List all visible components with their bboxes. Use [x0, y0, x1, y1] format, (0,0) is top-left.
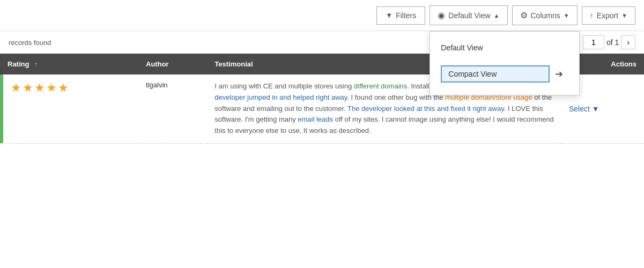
t-seg-blue-1: developer jumped in and helped right awa…: [214, 93, 347, 101]
select-button[interactable]: Select ▼: [569, 105, 599, 113]
gear-icon: ⚙: [520, 10, 528, 20]
records-found-text: records found: [9, 39, 51, 47]
sort-asc-icon: ↑: [34, 60, 38, 68]
cell-author: tlgalvin: [138, 75, 207, 143]
page-of-text: of 1: [606, 38, 619, 47]
default-view-option[interactable]: Default View: [430, 37, 579, 58]
star-3: ★: [34, 81, 45, 95]
toolbar: ▼ Filters ◉ Default View ▲ Default View …: [0, 0, 644, 31]
author-value: tlgalvin: [146, 81, 167, 89]
page-number-input[interactable]: [583, 35, 604, 49]
view-wrapper: ◉ Default View ▲ Default View ➔: [430, 5, 507, 25]
star-1: ★: [11, 81, 21, 95]
col-actions-label: Actions: [611, 60, 636, 68]
t-seg-blue-3: email leads: [298, 115, 333, 123]
select-chevron-icon: ▼: [592, 105, 599, 113]
arrow-right-icon: ➔: [555, 68, 563, 80]
export-caret-icon: ▼: [621, 12, 627, 19]
columns-button[interactable]: ⚙ Columns ▼: [512, 5, 578, 25]
star-rating: ★ ★ ★ ★ ★: [11, 81, 131, 95]
compact-view-arrow-button[interactable]: ➔: [550, 65, 568, 83]
row-indicator: [0, 75, 3, 143]
star-4: ★: [46, 81, 57, 95]
eye-icon: ◉: [438, 10, 445, 20]
view-dropdown: Default View ➔: [430, 31, 580, 95]
filter-icon: ▼: [386, 11, 393, 19]
select-label: Select: [569, 105, 590, 113]
view-caret-icon: ▲: [494, 12, 500, 19]
col-author[interactable]: Author: [138, 54, 207, 75]
t-seg-1: I am using with CE and multiple stores u…: [214, 82, 353, 90]
columns-label: Columns: [531, 11, 560, 20]
default-view-button[interactable]: ◉ Default View ▲: [430, 5, 507, 25]
view-label: Default View: [448, 11, 490, 20]
next-page-icon: ›: [627, 38, 630, 47]
filters-label: Filters: [396, 11, 416, 20]
star-5: ★: [58, 81, 69, 95]
filters-button[interactable]: ▼ Filters: [376, 6, 425, 25]
cell-rating: ★ ★ ★ ★ ★: [0, 75, 138, 143]
columns-caret-icon: ▼: [564, 12, 569, 19]
pagination: of 1 ›: [583, 35, 635, 49]
compact-view-option-row: ➔: [434, 61, 575, 87]
export-button[interactable]: ↑ Export ▼: [582, 6, 635, 25]
col-rating[interactable]: Rating ↑: [0, 54, 138, 75]
col-testimonial-label: Testimonial: [214, 60, 253, 68]
col-rating-label: Rating: [8, 60, 29, 68]
compact-view-input[interactable]: [441, 65, 550, 83]
t-seg-green-1: different domains: [354, 82, 408, 90]
star-2: ★: [23, 81, 33, 95]
col-author-label: Author: [146, 60, 169, 68]
export-icon: ↑: [590, 11, 594, 20]
next-page-button[interactable]: ›: [621, 35, 635, 49]
t-seg-blue-2: The developer looked at this and fixed i…: [347, 105, 506, 113]
export-label: Export: [597, 11, 618, 20]
